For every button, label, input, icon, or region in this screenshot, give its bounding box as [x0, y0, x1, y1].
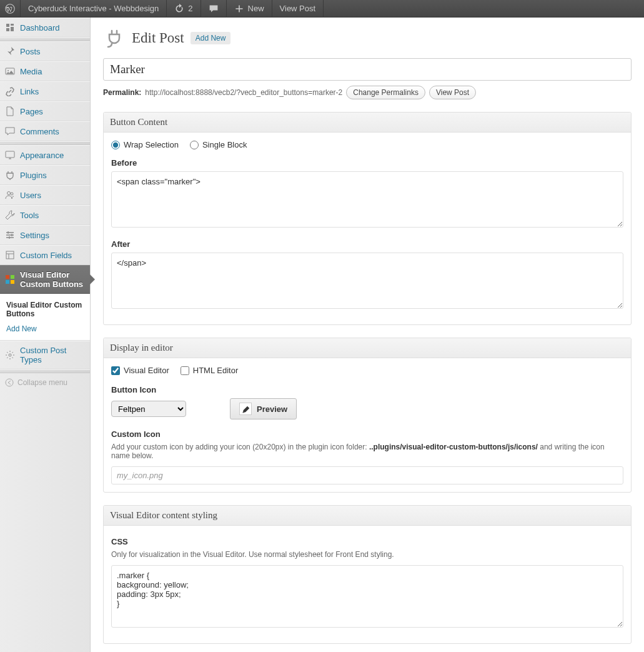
plugin-icon [5, 170, 15, 180]
permalink-label: Permalink: [103, 88, 141, 97]
radio-wrap-input[interactable] [111, 141, 120, 149]
menu-users[interactable]: Users [0, 185, 90, 205]
view-post-button[interactable]: View Post [429, 86, 476, 99]
wp-logo[interactable] [0, 0, 21, 18]
post-title-input[interactable]: Marker [103, 58, 632, 81]
change-permalinks-button[interactable]: Change Permalinks [346, 86, 425, 99]
menu-plugins[interactable]: Plugins [0, 165, 90, 185]
before-textarea[interactable] [111, 171, 623, 228]
vecb-icon [5, 274, 15, 284]
menu-appearance-label: Appearance [20, 151, 64, 160]
link-icon [5, 86, 15, 96]
menu-posts[interactable]: Posts [0, 41, 90, 61]
before-label: Before [111, 158, 623, 168]
menu-appearance[interactable]: Appearance [0, 145, 90, 165]
settings-icon [5, 230, 15, 240]
refresh-icon [174, 4, 184, 14]
updates-count: 2 [188, 4, 192, 13]
admin-bar: Cyberduck Interactive - Webbdesign 2 New… [0, 0, 644, 18]
menu-pages[interactable]: Pages [0, 101, 90, 121]
menu-comments[interactable]: Comments [0, 121, 90, 141]
submenu-vecb-all[interactable]: Visual Editor Custom Buttons [0, 298, 90, 321]
site-name[interactable]: Cyberduck Interactive - Webbdesign [21, 0, 167, 18]
users-icon [5, 190, 15, 200]
menu-comments-label: Comments [20, 127, 59, 136]
box-display: Display in editor Visual Editor HTML Edi… [103, 338, 632, 493]
tools-icon [5, 210, 15, 220]
svg-point-5 [11, 193, 13, 195]
submenu-vecb-add[interactable]: Add New [0, 321, 90, 336]
box-styling: Visual Editor content styling CSS Only f… [103, 505, 632, 644]
svg-rect-3 [6, 151, 14, 158]
menu-vecb-label: Visual Editor Custom Buttons [20, 270, 85, 289]
menu-users-label: Users [20, 191, 41, 200]
css-label: CSS [111, 537, 623, 546]
permalink-url: http://localhost:8888/vecb2/?vecb_editor… [145, 88, 342, 97]
updates[interactable]: 2 [167, 0, 201, 18]
button-icon-label: Button Icon [111, 385, 623, 394]
menu-vecb[interactable]: Visual Editor Custom Buttons [0, 265, 90, 294]
menu-pages-label: Pages [20, 107, 43, 116]
menu-links-label: Links [20, 87, 39, 96]
box-display-header[interactable]: Display in editor [104, 338, 631, 358]
svg-point-12 [6, 379, 13, 386]
svg-point-4 [7, 192, 11, 195]
comments-bubble[interactable] [201, 0, 227, 18]
svg-rect-7 [6, 275, 9, 279]
css-desc: Only for visualization in the Visual Edi… [111, 550, 623, 559]
menu-custom-fields-label: Custom Fields [20, 251, 72, 260]
menu-dashboard[interactable]: Dashboard [0, 18, 90, 38]
radio-single-input[interactable] [190, 141, 199, 149]
check-visual[interactable]: Visual Editor [111, 366, 169, 375]
check-html[interactable]: HTML Editor [181, 366, 238, 375]
after-label: After [111, 239, 623, 249]
collapse-label: Collapse menu [17, 378, 67, 387]
menu-cpt-label: Custom Post Types [20, 346, 85, 364]
plus-icon [234, 4, 244, 14]
menu-cpt[interactable]: Custom Post Types [0, 341, 90, 369]
media-icon [5, 66, 15, 76]
css-textarea[interactable] [111, 565, 623, 628]
check-html-input[interactable] [181, 366, 189, 375]
pin-icon [5, 46, 15, 56]
page-icon [5, 106, 15, 116]
content-type-radios: Wrap Selection Single Block [111, 140, 623, 149]
preview-button[interactable]: Preview [230, 398, 297, 419]
menu-links[interactable]: Links [0, 81, 90, 101]
svg-rect-8 [11, 275, 14, 279]
menu-dashboard-label: Dashboard [20, 23, 60, 33]
check-visual-input[interactable] [111, 366, 120, 375]
gear-icon [5, 350, 15, 360]
view-post-bar-label: View Post [280, 4, 316, 13]
menu-tools[interactable]: Tools [0, 205, 90, 225]
menu-custom-fields[interactable]: Custom Fields [0, 245, 90, 265]
box-button-content-header[interactable]: Button Content [104, 113, 631, 133]
svg-rect-10 [11, 280, 14, 284]
menu-media[interactable]: Media [0, 61, 90, 81]
editor-checks: Visual Editor HTML Editor [111, 366, 623, 375]
after-textarea[interactable] [111, 253, 623, 309]
wordpress-icon [5, 4, 15, 14]
custom-icon-label: Custom Icon [111, 429, 623, 439]
permalink-row: Permalink: http://localhost:8888/vecb2/?… [103, 86, 632, 99]
icon-select[interactable]: Feltpen [111, 401, 186, 417]
box-styling-header[interactable]: Visual Editor content styling [104, 506, 631, 526]
collapse-menu[interactable]: Collapse menu [0, 373, 90, 392]
custom-icon-input[interactable] [111, 466, 623, 484]
menu-posts-label: Posts [20, 47, 41, 56]
view-post-bar[interactable]: View Post [272, 0, 324, 18]
comments-icon [5, 126, 15, 136]
page-title: Edit Post [132, 30, 184, 46]
menu-tools-label: Tools [20, 211, 39, 220]
collapse-icon [5, 378, 14, 387]
new-label: New [248, 4, 264, 13]
add-new-button[interactable]: Add New [191, 32, 231, 44]
svg-rect-9 [6, 280, 9, 284]
plug-icon [103, 27, 126, 49]
admin-sidebar: Dashboard Posts Media Links Pages Commen… [0, 18, 91, 652]
radio-wrap[interactable]: Wrap Selection [111, 140, 179, 149]
menu-settings[interactable]: Settings [0, 225, 90, 245]
submenu-vecb: Visual Editor Custom Buttons Add New [0, 294, 90, 341]
new-content[interactable]: New [227, 0, 272, 18]
radio-single[interactable]: Single Block [190, 140, 247, 149]
